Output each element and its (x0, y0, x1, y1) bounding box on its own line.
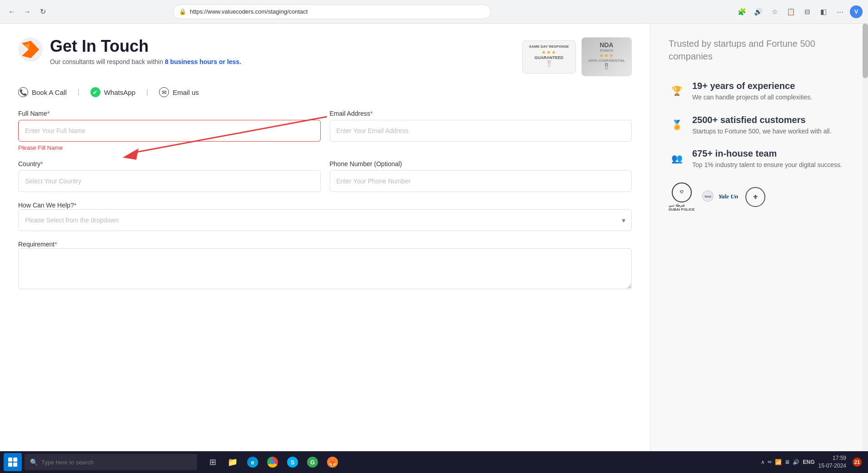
action-links: 📞 Book A Call | ✔ WhatsApp | ✉ Email us (18, 87, 632, 97)
favorites-button[interactable]: ☆ (768, 5, 781, 18)
requirement-label: Requirement* (18, 241, 57, 248)
search-input[interactable] (41, 459, 192, 466)
medal-icon: 🏅 (669, 117, 685, 133)
notification-button[interactable]: 21 (850, 455, 864, 469)
stat-content-experience: 19+ years of experience We can handle pr… (692, 81, 812, 102)
book-call-label: Book A Call (32, 89, 67, 96)
stat-title-experience: 19+ years of experience (692, 81, 812, 91)
taskbar-search[interactable]: 🔍 (25, 454, 197, 470)
dubai-police-badge: 🛡 (672, 182, 692, 202)
taskbar-apps: ⊞ 📁 e S G 🦊 (200, 453, 345, 471)
system-tray: ∧ ✏ 📶 🖥 🔊 (761, 459, 799, 465)
skype-button[interactable]: S (283, 453, 302, 471)
start-button[interactable] (4, 453, 22, 471)
forward-button[interactable]: → (21, 5, 34, 18)
main-area: Get In Touch Our consultants will respon… (0, 24, 650, 451)
monitor-icon: 🖥 (784, 459, 790, 465)
chrome-button[interactable] (263, 453, 282, 471)
yale-logo: YALE Yale University (702, 189, 738, 204)
country-group: Country* (18, 160, 321, 192)
profile-avatar[interactable]: V (850, 5, 863, 18)
client-logos: 🛡 شرطة دبيDUBAI POLICE YALE Yale Univers… (669, 182, 850, 212)
sidebar-button[interactable]: ◧ (817, 5, 830, 18)
google-icon: G (307, 457, 318, 468)
email-label: Email Address* (330, 110, 632, 117)
full-name-group: Full Name* Please Fill Name (18, 110, 321, 151)
stat-desc-team: Top 1% industry talent to ensure your di… (692, 161, 842, 170)
stat-desc-experience: We can handle projects of all complexiti… (692, 93, 812, 102)
right-sidebar: Trusted by startups and Fortune 500 comp… (650, 24, 868, 451)
how-help-select[interactable]: Please Select from the dropdown (18, 209, 632, 231)
stat-content-team: 675+ in-house team Top 1% industry talen… (692, 148, 842, 170)
email-link[interactable]: ✉ Email us (159, 87, 199, 97)
svg-text:Yale University: Yale University (719, 193, 738, 200)
language-indicator: ENG (803, 459, 815, 465)
file-explorer-icon: 📁 (228, 457, 238, 467)
speaker-icon: 🔊 (793, 459, 799, 465)
skype-icon: S (287, 457, 298, 468)
stat-desc-customers: Startups to Fortune 500, we have worked … (692, 127, 832, 136)
pen-icon: ✏ (768, 459, 772, 465)
lock-icon: 🔒 (179, 8, 186, 15)
collections-button[interactable]: 📋 (784, 5, 797, 18)
browser-chrome: ← → ↻ 🔒 https://www.valuecoders.com/stag… (0, 0, 868, 24)
refresh-button[interactable]: ↻ (36, 5, 49, 18)
svg-marker-2 (22, 41, 39, 58)
phone-input[interactable] (330, 170, 632, 192)
country-input[interactable] (18, 170, 321, 192)
windows-logo (8, 458, 17, 467)
header-section: Get In Touch Our consultants will respon… (18, 37, 632, 76)
email-input[interactable] (330, 120, 632, 142)
page-title: Get In Touch (50, 37, 241, 55)
browser-actions: 🧩 🔊 ☆ 📋 ⊟ ◧ ⋯ V (735, 5, 863, 18)
edge-button[interactable]: e (243, 453, 262, 471)
book-call-link[interactable]: 📞 Book A Call (18, 87, 67, 97)
requirement-textarea[interactable] (18, 248, 632, 289)
back-button[interactable]: ← (5, 5, 18, 18)
taskbar: 🔍 ⊞ 📁 e S G 🦊 (0, 451, 868, 473)
search-icon: 🔍 (30, 458, 38, 466)
file-explorer-button[interactable]: 📁 (223, 453, 242, 471)
wifi-icon: 📶 (775, 459, 782, 465)
full-name-label: Full Name* (18, 110, 321, 117)
whatsapp-label: WhatsApp (104, 89, 135, 96)
google-button[interactable]: G (303, 453, 322, 471)
requirement-group: Requirement* (18, 240, 632, 291)
stat-content-customers: 2500+ satisfied customers Startups to Fo… (692, 115, 832, 136)
nav-buttons: ← → ↻ (5, 5, 49, 18)
scrollbar-thumb[interactable] (863, 24, 868, 78)
clock-time: 17:59 (818, 454, 846, 462)
email-icon: ✉ (159, 87, 169, 97)
how-help-label: How Can We Help?* (18, 202, 76, 209)
company-logo (18, 37, 43, 62)
page-content: Get In Touch Our consultants will respon… (0, 24, 868, 451)
url-text: https://www.valuecoders.com/staging/cont… (190, 8, 308, 15)
clock-date: 15-07-2024 (818, 462, 846, 470)
scrollbar-track (863, 24, 868, 451)
form-row-1: Full Name* Please Fill Name Email Addres… (18, 110, 632, 151)
stat-title-customers: 2500+ satisfied customers (692, 115, 832, 125)
svg-text:YALE: YALE (704, 195, 711, 198)
split-view-button[interactable]: ⊟ (801, 5, 813, 18)
extensions-button[interactable]: 🧩 (735, 5, 748, 18)
task-view-icon: ⊞ (209, 457, 216, 467)
stat-item-team: 👥 675+ in-house team Top 1% industry tal… (669, 148, 850, 170)
header-text: Get In Touch Our consultants will respon… (50, 37, 241, 65)
edge-icon: e (247, 457, 258, 468)
tray-arrow-icon[interactable]: ∧ (761, 459, 765, 465)
full-name-input[interactable] (18, 120, 321, 142)
whatsapp-icon: ✔ (90, 87, 100, 97)
read-aloud-button[interactable]: 🔊 (752, 5, 764, 18)
firefox-button[interactable]: 🦊 (323, 453, 342, 471)
email-label: Email us (173, 89, 199, 96)
team-icon: 👥 (669, 150, 685, 167)
header-left: Get In Touch Our consultants will respon… (18, 37, 241, 65)
how-help-group: How Can We Help?* Please Select from the… (18, 201, 632, 231)
email-group: Email Address* (330, 110, 632, 151)
whatsapp-link[interactable]: ✔ WhatsApp (90, 87, 135, 97)
address-bar[interactable]: 🔒 https://www.valuecoders.com/staging/co… (173, 5, 491, 19)
task-view-button[interactable]: ⊞ (203, 453, 222, 471)
more-options-button[interactable]: ⋯ (833, 5, 846, 18)
divider-1: | (78, 88, 79, 96)
stat-title-team: 675+ in-house team (692, 148, 842, 159)
